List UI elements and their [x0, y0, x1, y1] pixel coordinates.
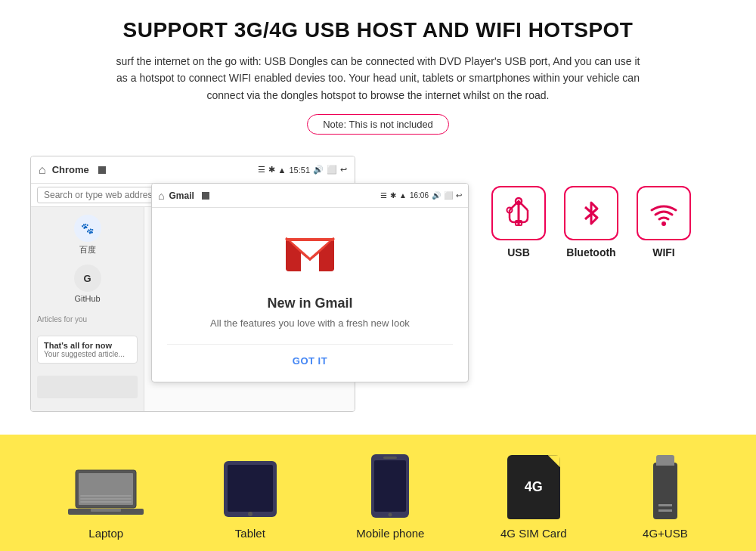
gmail-logo-svg: [280, 223, 340, 283]
svg-point-5: [662, 221, 666, 226]
bluetooth-label: Bluetooth: [566, 246, 615, 258]
usb-drive-top: [656, 455, 674, 466]
wifi-icon-box: [637, 186, 691, 240]
tablet-svg: [220, 459, 280, 519]
icons-panel: USB Bluetooth: [491, 156, 718, 258]
laptop-svg: [68, 466, 144, 519]
articles-label: Articles for you: [37, 312, 138, 327]
tab-square-icon: [98, 166, 106, 174]
mobile-item: Mobile phone: [356, 453, 424, 540]
gmail-new-sub: All the features you love with a fresh n…: [210, 317, 410, 329]
suggested-article-bar: [37, 376, 138, 398]
gmail-home-icon: ⌂: [158, 190, 164, 202]
svg-point-18: [389, 513, 392, 517]
usb-drive-label: 4G+USB: [643, 527, 688, 540]
time-label: 15:51: [289, 166, 310, 175]
laptop-icon: [68, 466, 144, 519]
top-section: SUPPORT 3G/4G USB HOST AND WIFI HOTSPOT …: [0, 0, 756, 156]
middle-section: ⌂ Chrome ☰ ✱ ▲ 15:51 🔊 ⬜ ↩ ⊞ ⋮: [0, 156, 756, 412]
mobile-icon: [370, 453, 411, 519]
gmail-tab-square: [202, 192, 209, 200]
thats-all-box: That's all for now Your suggested articl…: [37, 336, 138, 364]
gmail-bt-icon: ✱: [390, 191, 396, 200]
wifi-svg: [647, 197, 680, 230]
baidu-circle: 🐾: [74, 215, 101, 242]
svg-rect-10: [80, 495, 132, 497]
note-box: Note: This is not included: [307, 114, 449, 135]
laptop-label: Laptop: [88, 527, 123, 540]
github-circle: G: [74, 265, 101, 292]
wifi-status-icon: ▲: [278, 166, 287, 175]
svg-rect-12: [80, 501, 132, 503]
gmail-wifi-icon: ▲: [399, 191, 407, 200]
left-panel: 🐾 百度 G GitHub Articles for you That's al…: [31, 207, 144, 411]
github-label: GitHub: [74, 294, 100, 303]
home-icon: ⌂: [39, 163, 46, 177]
gmail-app-name: Gmail: [169, 190, 194, 201]
status-icons: ☰ ✱ ▲ 15:51 🔊 ⬜ ↩: [258, 165, 347, 175]
browser-tab-name: Chrome: [52, 164, 89, 175]
baidu-label: 百度: [79, 244, 96, 255]
svg-point-15: [248, 512, 253, 516]
conn-bluetooth-item: Bluetooth: [564, 186, 618, 258]
description-text: surf the internet on the go with: USB Do…: [113, 53, 643, 104]
conn-usb-item: USB: [491, 186, 546, 258]
gmail-got-it-button[interactable]: GOT IT: [167, 344, 453, 367]
thats-all-sub: Your suggested article...: [44, 350, 131, 358]
gmail-time: 16:06: [410, 191, 429, 200]
sim-item: 4G 4G SIM Card: [500, 455, 567, 540]
usb-drive-item: 4G+USB: [643, 463, 688, 540]
laptop-item: Laptop: [68, 466, 144, 540]
back-icon: ↩: [340, 165, 347, 175]
gmail-screen-icon: ⬜: [444, 191, 453, 200]
usb-drive-icon: [653, 463, 677, 519]
bt-status-icon: ✱: [268, 165, 275, 175]
github-icon-item: G GitHub: [37, 265, 138, 303]
gmail-body: New in Gmail All the features you love w…: [152, 208, 468, 382]
tablet-item: Tablet: [220, 459, 280, 540]
gmail-status-icons: ☰ ✱ ▲ 16:06 🔊 ⬜ ↩: [380, 191, 462, 200]
usb-label: USB: [507, 246, 530, 258]
sim-label: 4G SIM Card: [500, 527, 567, 540]
network-icon: ☰: [258, 165, 265, 175]
usb-drive-stripe2: [658, 509, 672, 512]
gmail-bar: ⌂ Gmail ☰ ✱ ▲ 16:06 🔊 ⬜ ↩: [152, 184, 468, 208]
svg-rect-9: [91, 509, 121, 512]
usb-drive-box: [653, 463, 677, 519]
tablet-label: Tablet: [235, 527, 265, 540]
svg-rect-7: [79, 473, 133, 505]
mobile-svg: [370, 453, 411, 519]
sim-icon: 4G: [507, 455, 560, 519]
gmail-vol-icon: 🔊: [432, 191, 441, 200]
sim-card-text: 4G: [525, 479, 543, 495]
browser-bar: ⌂ Chrome ☰ ✱ ▲ 15:51 🔊 ⬜ ↩: [31, 156, 355, 184]
gmail-overlay: ⌂ Gmail ☰ ✱ ▲ 16:06 🔊 ⬜ ↩: [151, 183, 469, 382]
svg-rect-17: [374, 460, 406, 512]
usb-svg: [502, 197, 535, 230]
bluetooth-svg: [575, 197, 608, 230]
page-title: SUPPORT 3G/4G USB HOST AND WIFI HOTSPOT: [30, 18, 726, 42]
thats-all-title: That's all for now: [44, 341, 131, 350]
svg-rect-19: [383, 457, 397, 459]
gmail-back-icon: ↩: [456, 191, 462, 200]
screenshot-wrapper: ⌂ Chrome ☰ ✱ ▲ 15:51 🔊 ⬜ ↩ ⊞ ⋮: [30, 156, 469, 412]
svg-rect-11: [80, 498, 132, 500]
bluetooth-icon-box: [564, 186, 618, 240]
wifi-label: WIFI: [652, 246, 675, 258]
usb-drive-stripe: [658, 504, 672, 506]
volume-icon: 🔊: [313, 165, 324, 175]
usb-icon-box: [491, 186, 546, 240]
mobile-label: Mobile phone: [356, 527, 424, 540]
sim-card-box: 4G: [507, 455, 560, 519]
screenshot-icon: ⬜: [327, 165, 337, 175]
tablet-icon: [220, 459, 280, 519]
baidu-icon-item: 🐾 百度: [37, 215, 138, 255]
gmail-new-title: New in Gmail: [267, 296, 352, 311]
bottom-section: Laptop Tablet Mobile phone 4G: [0, 435, 756, 551]
svg-rect-14: [228, 465, 273, 512]
connectivity-icons: USB Bluetooth: [491, 186, 691, 258]
conn-wifi-item: WIFI: [637, 186, 691, 258]
svg-rect-1: [286, 238, 334, 241]
gmail-net-icon: ☰: [380, 191, 387, 200]
